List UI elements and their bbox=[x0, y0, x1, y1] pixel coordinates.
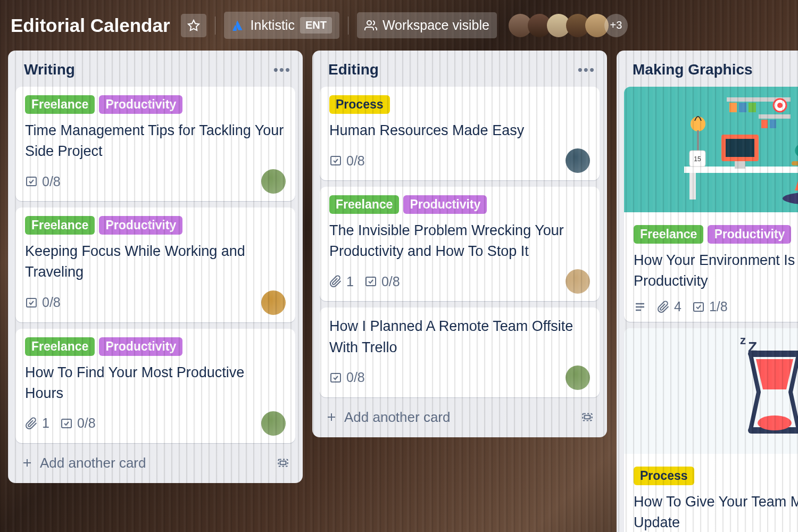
template-icon[interactable] bbox=[276, 456, 290, 470]
board-title[interactable]: Editorial Calendar bbox=[11, 15, 170, 36]
card-member-avatar[interactable] bbox=[261, 169, 286, 194]
avatar-more[interactable]: +3 bbox=[604, 14, 628, 37]
card-footer: 0/8 bbox=[329, 365, 590, 390]
label[interactable]: Productivity bbox=[99, 95, 182, 114]
card-labels: FreelanceProductivity bbox=[25, 216, 286, 235]
list-title[interactable]: Editing bbox=[328, 61, 379, 78]
svg-rect-11 bbox=[331, 373, 340, 382]
svg-rect-8 bbox=[280, 461, 286, 465]
template-icon[interactable] bbox=[580, 410, 594, 424]
star-button[interactable] bbox=[181, 14, 206, 37]
card-footer: 0/8 bbox=[25, 290, 286, 315]
card-title: How To Find Your Most Productive Hours bbox=[25, 362, 286, 404]
card[interactable]: Z z Z z ProcessHow To Give Your Team Mor… bbox=[624, 328, 798, 532]
card[interactable]: ProcessHuman Resources Made Easy 0/8 bbox=[320, 87, 600, 180]
list: Writing •••FreelanceProductivityTime Man… bbox=[8, 51, 303, 483]
list-title[interactable]: Writing bbox=[24, 61, 75, 78]
card[interactable]: How I Planned A Remote Team Offsite With… bbox=[320, 307, 600, 397]
label[interactable]: Freelance bbox=[25, 216, 95, 235]
label[interactable]: Process bbox=[329, 95, 390, 114]
card-labels: FreelanceProductivity bbox=[25, 337, 286, 356]
svg-rect-35 bbox=[792, 161, 798, 165]
checklist-badge: 0/8 bbox=[25, 295, 61, 310]
card-labels: FreelanceProductivity bbox=[634, 225, 798, 244]
label[interactable]: Process bbox=[634, 467, 694, 485]
visibility-button[interactable]: Workspace visible bbox=[357, 12, 497, 38]
card-title: Keeping Focus While Working and Travelin… bbox=[25, 241, 286, 282]
svg-point-28 bbox=[777, 103, 783, 108]
card-member-avatar[interactable] bbox=[261, 290, 286, 315]
atlassian-icon bbox=[231, 19, 245, 32]
svg-rect-15 bbox=[585, 415, 591, 419]
list-menu-button[interactable]: ••• bbox=[273, 62, 291, 78]
add-card-button[interactable]: Add another card bbox=[15, 450, 295, 475]
card-title: Human Resources Made Easy bbox=[329, 120, 590, 141]
attachment-badge: 4 bbox=[657, 299, 681, 314]
card-title: The Invisible Problem Wrecking Your Prod… bbox=[329, 220, 590, 262]
label[interactable]: Productivity bbox=[99, 337, 182, 356]
people-icon bbox=[364, 19, 377, 32]
svg-rect-3 bbox=[27, 298, 36, 307]
workspace-name: Inktistic bbox=[251, 18, 295, 33]
list: Making Graphics ••• 15 FreelanceProducti… bbox=[617, 51, 798, 532]
svg-rect-46 bbox=[668, 328, 798, 454]
divider bbox=[348, 16, 348, 35]
add-card-button[interactable]: Add another card bbox=[320, 404, 600, 429]
svg-rect-45 bbox=[694, 303, 703, 311]
card[interactable]: FreelanceProductivityKeeping Focus While… bbox=[15, 207, 295, 322]
card-cover: Z z Z z bbox=[624, 328, 798, 454]
card-badges: 10/8 bbox=[25, 415, 96, 431]
card-labels: Process bbox=[329, 95, 590, 114]
svg-rect-4 bbox=[62, 419, 71, 428]
card[interactable]: 15 FreelanceProductivityHow Your Environ… bbox=[624, 87, 798, 322]
svg-rect-9 bbox=[331, 156, 340, 165]
label[interactable]: Productivity bbox=[99, 216, 182, 235]
card-footer: 0/8 bbox=[25, 169, 286, 194]
checklist-badge: 0/8 bbox=[25, 174, 61, 189]
svg-text:z: z bbox=[740, 334, 746, 347]
list-title[interactable]: Making Graphics bbox=[633, 61, 753, 78]
label[interactable]: Freelance bbox=[25, 95, 95, 114]
workspace-button[interactable]: Inktistic ENT bbox=[224, 12, 339, 39]
card-title: How Your Environment Is Affecting Your P… bbox=[634, 250, 798, 292]
label[interactable]: Freelance bbox=[329, 195, 399, 214]
card-badges: 0/8 bbox=[25, 174, 61, 189]
card-member-avatar[interactable] bbox=[566, 269, 590, 294]
list-menu-button[interactable]: ••• bbox=[578, 62, 595, 78]
card-member-avatar[interactable] bbox=[261, 411, 286, 436]
add-card-label: Add another card bbox=[40, 455, 146, 471]
label[interactable]: Freelance bbox=[25, 337, 95, 356]
card-title: Time Management Tips for Tackling Your S… bbox=[25, 120, 286, 162]
checklist-badge: 1/8 bbox=[692, 299, 728, 314]
card-footer: 0/8 bbox=[329, 148, 590, 173]
label[interactable]: Productivity bbox=[708, 225, 791, 244]
card[interactable]: FreelanceProductivityTime Management Tip… bbox=[15, 87, 295, 201]
card-member-avatar[interactable] bbox=[566, 148, 590, 173]
card[interactable]: FreelanceProductivityHow To Find Your Mo… bbox=[15, 329, 295, 443]
board: Writing •••FreelanceProductivityTime Man… bbox=[0, 51, 798, 532]
list-header: Making Graphics ••• bbox=[624, 58, 798, 80]
card-member-avatar[interactable] bbox=[566, 365, 590, 390]
list-header: Editing ••• bbox=[320, 58, 600, 80]
card-labels: FreelanceProductivity bbox=[25, 95, 286, 114]
svg-point-1 bbox=[367, 21, 371, 25]
card[interactable]: FreelanceProductivityThe Invisible Probl… bbox=[320, 187, 600, 301]
card-badges: 41/8 bbox=[634, 299, 728, 314]
star-icon bbox=[187, 19, 200, 32]
checklist-badge: 0/8 bbox=[60, 415, 96, 431]
label[interactable]: Productivity bbox=[403, 195, 487, 214]
add-card-label: Add another card bbox=[344, 409, 450, 426]
card-footer: 10/8 bbox=[25, 411, 286, 436]
card-title: How I Planned A Remote Team Offsite With… bbox=[329, 316, 590, 358]
attachment-badge: 1 bbox=[329, 274, 354, 289]
card-labels: FreelanceProductivity bbox=[329, 195, 590, 214]
description-badge bbox=[634, 301, 646, 313]
svg-rect-29 bbox=[759, 114, 791, 119]
svg-rect-22 bbox=[735, 161, 745, 169]
label[interactable]: Freelance bbox=[634, 225, 703, 244]
divider bbox=[215, 16, 215, 35]
workspace-badge: ENT bbox=[300, 17, 332, 34]
svg-rect-31 bbox=[770, 120, 776, 128]
card-badges: 0/8 bbox=[329, 370, 365, 385]
card-badges: 0/8 bbox=[329, 153, 365, 169]
